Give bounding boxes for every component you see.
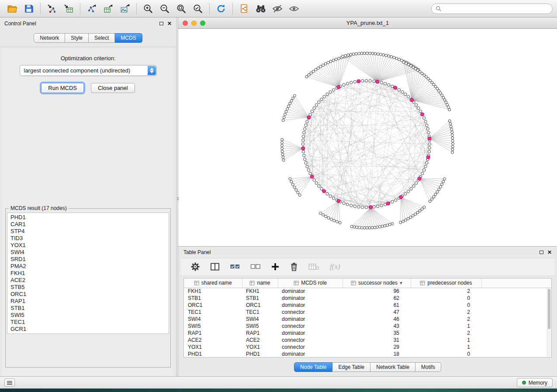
column-sort-icon xyxy=(351,281,356,285)
tab-edge-table[interactable]: Edge Table xyxy=(332,362,370,372)
result-item[interactable]: STB5 xyxy=(7,284,169,291)
panel-splitter[interactable]: ●● xyxy=(176,17,178,376)
table-scrollbar[interactable] xyxy=(547,288,551,357)
search-network-button[interactable] xyxy=(253,2,269,15)
table-panel: Table Panel ✕ f(x) xyxy=(178,247,557,376)
function-builder-button[interactable]: f(x) xyxy=(330,260,340,273)
maximize-window-icon[interactable] xyxy=(200,21,205,26)
close-panel-icon[interactable]: ✕ xyxy=(167,21,172,26)
result-item[interactable]: PHD1 xyxy=(7,214,169,221)
close-panel-button[interactable]: Close panel xyxy=(91,83,135,93)
tab-style[interactable]: Style xyxy=(65,33,89,43)
table-cell: ACE2 xyxy=(184,337,242,344)
tab-network[interactable]: Network xyxy=(34,33,65,43)
toolbar-separator xyxy=(232,3,233,14)
show-graphics-button[interactable] xyxy=(286,2,302,15)
result-item[interactable]: FKH1 xyxy=(7,270,169,277)
column-header-mcds-role[interactable]: MCDS role xyxy=(278,279,343,288)
import-network-button[interactable] xyxy=(44,2,60,15)
import-table-button[interactable] xyxy=(61,2,76,15)
table-row[interactable]: FKH1FKH1dominator962 xyxy=(184,288,551,295)
refresh-button[interactable] xyxy=(213,2,229,15)
column-header-shared-name[interactable]: shared name xyxy=(184,279,242,288)
table-row[interactable]: TEC1TEC1connector472 xyxy=(184,309,551,316)
clone-network-button[interactable] xyxy=(236,2,252,15)
table-panel-header: Table Panel ✕ xyxy=(178,247,557,258)
tab-node-table[interactable]: Node Table xyxy=(294,362,333,372)
table-row[interactable]: ORC1ORC1dominator610 xyxy=(184,302,551,309)
result-item[interactable]: ORC1 xyxy=(7,291,169,298)
export-table-button[interactable] xyxy=(100,2,116,15)
network-titlebar[interactable]: YPA_prune.txt_1 xyxy=(178,17,557,29)
table-cell: 2 xyxy=(411,309,481,316)
hide-details-button[interactable] xyxy=(270,2,285,15)
export-image-button[interactable] xyxy=(117,2,133,15)
export-network-button[interactable] xyxy=(84,2,100,15)
result-item[interactable]: SRD1 xyxy=(7,256,169,263)
column-header-successor-nodes[interactable]: successor nodes▾ xyxy=(343,279,411,288)
network-graph[interactable] xyxy=(178,29,557,246)
float-table-panel-button[interactable] xyxy=(540,251,543,254)
table-row[interactable]: RAP1RAP1dominator352 xyxy=(184,330,551,337)
result-item[interactable]: TEC1 xyxy=(7,319,169,326)
show-panels-button[interactable] xyxy=(4,378,15,387)
table-row[interactable]: STB1STB1dominator620 xyxy=(184,295,551,302)
result-item[interactable]: RAP1 xyxy=(7,298,169,305)
column-header-name[interactable]: name xyxy=(242,279,278,288)
table-row[interactable]: SWI4SWI4dominator462 xyxy=(184,316,551,323)
dropdown-stepper-icon xyxy=(148,66,156,75)
result-item[interactable]: TID3 xyxy=(7,235,169,242)
toolbar-separator xyxy=(136,3,137,14)
add-column-button[interactable] xyxy=(271,260,280,273)
save-button[interactable] xyxy=(21,2,37,15)
result-item[interactable]: STP4 xyxy=(7,228,169,235)
result-item[interactable]: CAR1 xyxy=(7,221,169,228)
delete-column-button[interactable] xyxy=(290,260,298,273)
zoom-out-button[interactable] xyxy=(157,2,173,15)
zoom-fit-button[interactable] xyxy=(173,2,189,15)
scrollbar-thumb[interactable] xyxy=(548,289,550,329)
zoom-selected-button[interactable] xyxy=(190,2,206,15)
result-item[interactable]: GCR1 xyxy=(7,326,169,333)
search-input[interactable] xyxy=(444,6,548,12)
mcds-result-list[interactable]: PHD1CAR1STP4TID3YOX1SWI4SRD1PMA2FKH1ACE2… xyxy=(7,213,169,334)
memory-button[interactable]: Memory xyxy=(517,378,553,387)
gear-icon xyxy=(190,262,200,272)
eye-icon xyxy=(289,4,299,14)
criterion-select[interactable]: largest connected component (undirected) xyxy=(20,65,157,76)
result-item[interactable]: STB1 xyxy=(7,305,169,312)
result-item[interactable]: ACE2 xyxy=(7,277,169,284)
tab-motifs[interactable]: Motifs xyxy=(415,362,441,372)
table-row[interactable]: ACE2ACE2connector311 xyxy=(184,337,551,344)
result-item[interactable]: SWI5 xyxy=(7,312,169,319)
zoom-out-icon xyxy=(159,3,170,14)
open-button[interactable] xyxy=(4,2,20,15)
table-row[interactable]: PHD1PHD1dominator180 xyxy=(184,351,551,358)
table-settings-button[interactable] xyxy=(190,260,200,273)
table-row[interactable]: SWI5SWI5connector431 xyxy=(184,323,551,330)
result-item[interactable]: PMA2 xyxy=(7,263,169,270)
clear-table-button[interactable] xyxy=(308,260,320,273)
minimize-window-icon[interactable] xyxy=(191,21,197,26)
result-item[interactable]: SWI4 xyxy=(7,249,169,256)
select-all-button[interactable] xyxy=(230,260,240,273)
zoom-in-button[interactable] xyxy=(140,2,156,15)
refresh-icon xyxy=(216,3,226,14)
show-columns-button[interactable] xyxy=(210,260,220,273)
export-network-icon xyxy=(86,3,97,14)
float-panel-button[interactable] xyxy=(159,22,163,25)
table-cell: YOX1 xyxy=(242,344,278,351)
close-table-panel-icon[interactable]: ✕ xyxy=(547,250,552,254)
deselect-all-button[interactable] xyxy=(250,260,261,273)
tab-network-table[interactable]: Network Table xyxy=(370,362,415,372)
network-view[interactable] xyxy=(178,29,557,246)
list-icon xyxy=(7,381,13,385)
table-row[interactable]: YOX1YOX1connector291 xyxy=(184,344,551,351)
result-item[interactable]: YOX1 xyxy=(7,242,169,249)
tab-select[interactable]: Select xyxy=(89,33,115,43)
column-header-predecessor-nodes[interactable]: predecessor nodes xyxy=(411,279,481,288)
tab-mcds[interactable]: MCDS xyxy=(115,33,142,43)
search-box[interactable] xyxy=(431,3,553,14)
close-window-icon[interactable] xyxy=(183,21,188,26)
run-mcds-button[interactable]: Run MCDS xyxy=(41,83,84,93)
